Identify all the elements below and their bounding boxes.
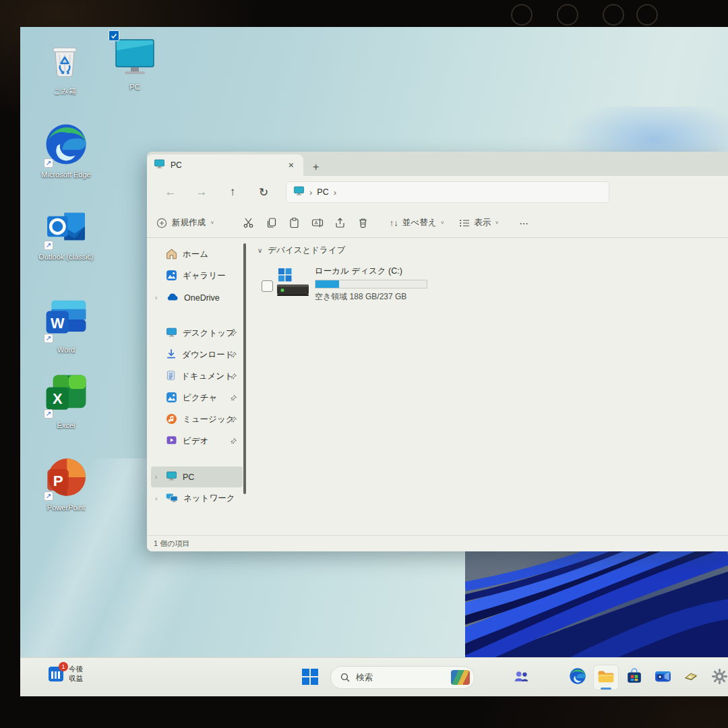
expand-chevron-icon[interactable]: ›: [155, 495, 157, 502]
sidebar-item-label: ビデオ: [183, 435, 208, 447]
explorer-body: › ホーム › ギャラリー › OneDrive › デスクトップ › ダウンロ…: [147, 238, 728, 535]
share-icon: [334, 217, 346, 229]
widget-finance-icon: 1: [49, 667, 63, 681]
sidebar-item-documents[interactable]: › ドキュメント: [151, 366, 243, 387]
copy-button[interactable]: [260, 213, 283, 233]
cut-icon: [243, 217, 254, 229]
taskbar-task-view[interactable]: [480, 665, 506, 690]
bezel-circle: [603, 4, 624, 26]
svg-text:W: W: [51, 315, 65, 332]
paste-icon: [289, 217, 300, 229]
sidebar-item-network[interactable]: › ネットワーク: [151, 488, 243, 509]
taskbar-media-app[interactable]: [650, 665, 675, 690]
edge-icon: [569, 667, 586, 688]
breadcrumb-chevron-icon: ›: [334, 187, 336, 198]
sidebar-scrollbar[interactable]: [243, 243, 246, 494]
explorer-tab-pc[interactable]: PC ×: [147, 154, 303, 176]
chevron-down-icon: ∨: [210, 220, 214, 225]
sidebar-item-desktop[interactable]: › デスクトップ: [151, 323, 243, 344]
desktop-icon-powerpoint[interactable]: P ↗ PowerPoint: [35, 456, 97, 513]
explorer-navbar: ← → ↑ ↻ › PC ›: [147, 176, 728, 208]
explorer-tabstrip: PC × +: [147, 152, 728, 176]
navigation-pane: › ホーム › ギャラリー › OneDrive › デスクトップ › ダウンロ…: [147, 238, 248, 535]
sidebar-item-music[interactable]: › ミュージック: [151, 409, 243, 430]
sidebar-item-gallery[interactable]: › ギャラリー: [151, 266, 243, 286]
share-button[interactable]: [329, 213, 352, 233]
drive-checkbox[interactable]: [262, 280, 273, 292]
paste-button[interactable]: [283, 213, 306, 233]
delete-button[interactable]: [352, 213, 375, 233]
sidebar-item-videos[interactable]: › ビデオ: [151, 431, 243, 452]
breadcrumb[interactable]: PC: [317, 187, 328, 197]
pin-icon: [230, 373, 237, 380]
sidebar-item-home[interactable]: › ホーム: [151, 244, 243, 265]
back-icon[interactable]: ←: [155, 185, 186, 199]
desktop-icon-label: Word: [57, 346, 75, 355]
taskbar-file-explorer[interactable]: [593, 665, 619, 690]
new-tab-button[interactable]: +: [313, 161, 319, 173]
sort-label: 並べ替え: [402, 217, 437, 229]
taskbar-edge[interactable]: [565, 665, 590, 690]
sort-button[interactable]: ↑↓ 並べ替え ∨: [390, 217, 444, 229]
sidebar-item-label: ピクチャ: [183, 392, 217, 404]
up-icon[interactable]: ↑: [217, 185, 248, 199]
address-bar[interactable]: › PC ›: [286, 181, 609, 203]
taskbar-copilot[interactable]: [537, 665, 562, 690]
section-collapse-icon[interactable]: ∨: [257, 247, 262, 254]
tab-close-icon[interactable]: ×: [286, 160, 297, 171]
plus-circle-icon: [156, 218, 167, 229]
desktop-icon-pc[interactable]: ↗ PC: [104, 35, 166, 92]
sidebar-item-downloads[interactable]: › ダウンロード: [151, 344, 243, 365]
sidebar-item-label: ミュージック: [183, 414, 234, 425]
shortcut-arrow-icon: ↗: [44, 491, 53, 501]
sidebar-item-pc[interactable]: › PC: [151, 466, 243, 487]
shortcut-arrow-icon: ↗: [44, 241, 53, 250]
sidebar-item-label: ドキュメント: [181, 371, 233, 382]
notification-badge: 1: [59, 662, 68, 671]
svg-text:P: P: [53, 473, 63, 489]
desktop-icon-excel[interactable]: X ↗ Excel: [35, 373, 97, 431]
store-icon: [626, 668, 642, 687]
chevron-down-icon: ∨: [495, 220, 499, 225]
cut-button[interactable]: [237, 213, 260, 233]
expand-chevron-icon[interactable]: ›: [155, 473, 157, 481]
taskbar-people-chat[interactable]: [508, 665, 534, 690]
widget-headline: 今後 収益: [69, 665, 83, 683]
rename-button[interactable]: A: [306, 213, 329, 233]
desktop-icon-microsoft-edge[interactable]: ↗ Microsoft Edge: [35, 123, 97, 180]
content-pane: ∨ デバイスとドライブ: [248, 238, 728, 535]
view-button[interactable]: 表示 ∨: [459, 217, 499, 229]
taskbar-settings[interactable]: [706, 665, 728, 690]
pin-icon: [230, 351, 237, 359]
shortcut-arrow-icon: ↗: [44, 334, 53, 343]
drive-capacity-fill: [315, 280, 339, 288]
music-icon: [166, 413, 177, 427]
gallery-icon: [166, 270, 177, 283]
devices-section-header[interactable]: ∨ デバイスとドライブ: [257, 245, 728, 256]
start-button[interactable]: [302, 669, 320, 686]
taskbar-microsoft-store[interactable]: [621, 665, 647, 690]
pin-icon: [230, 437, 237, 445]
network-icon: [166, 493, 178, 505]
desktop-icon-label: PC: [129, 83, 140, 92]
drive-item-local-disk-c[interactable]: ローカル ディスク (C:) 空き領域 188 GB/237 GB: [257, 266, 728, 303]
expand-chevron-icon[interactable]: ›: [155, 294, 157, 301]
folder-icon: [597, 669, 615, 686]
sidebar-item-onedrive[interactable]: › OneDrive: [151, 287, 243, 308]
sidebar-item-pictures[interactable]: › ピクチャ: [151, 388, 243, 408]
search-highlight-thumbnail[interactable]: [451, 670, 470, 685]
svg-text:X: X: [53, 390, 63, 407]
taskbar-misc-app[interactable]: [678, 665, 704, 690]
desktop-icon-word[interactable]: W ↗ Word: [35, 298, 97, 355]
widgets-button[interactable]: 1 今後 収益: [49, 665, 83, 683]
forward-icon[interactable]: →: [186, 185, 217, 199]
sidebar-item-label: デスクトップ: [183, 328, 235, 339]
more-options-icon[interactable]: ⋯: [519, 218, 529, 229]
tab-monitor-icon: [154, 158, 165, 172]
search-box[interactable]: 検索: [330, 666, 475, 689]
refresh-icon[interactable]: ↻: [248, 185, 279, 200]
desktop-icon-recycle-bin[interactable]: ↗ ごみ箱: [34, 39, 96, 96]
new-item-button[interactable]: 新規作成 ∨: [156, 217, 214, 229]
desktop-icon-outlook-classic[interactable]: ↗ Outlook (classic): [35, 205, 97, 262]
documents-icon: [166, 370, 176, 383]
